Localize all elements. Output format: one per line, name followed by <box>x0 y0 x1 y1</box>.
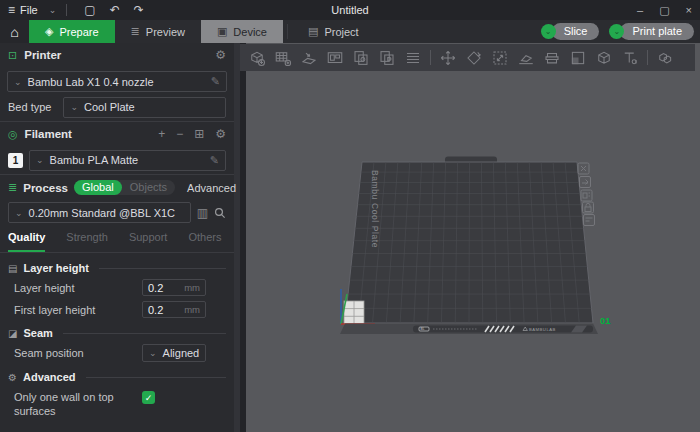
file-menu[interactable]: ≡ File ⌄ <box>8 3 56 17</box>
process-section-header: ≣ Process Global Objects Advanced ▤ ❖ <box>0 175 234 200</box>
cut-icon[interactable] <box>543 49 561 67</box>
add-model-icon[interactable] <box>248 49 266 67</box>
mesh-boolean-icon[interactable] <box>569 49 587 67</box>
bambu-studio-window: ≡ File ⌄ ▢ ↶ ↷ Untitled – ▢ × ⌂ ◈ Prepar… <box>0 0 700 432</box>
first-layer-height-input[interactable]: 0.2 mm <box>142 301 206 318</box>
tab-divider <box>287 24 288 39</box>
lay-on-face-icon[interactable] <box>517 49 535 67</box>
seam-position-select[interactable]: ⌄ Aligned <box>142 344 206 362</box>
printer-settings-gear-icon[interactable]: ⚙ <box>215 48 226 62</box>
primitive-cube-icon[interactable] <box>595 49 613 67</box>
printer-icon: ⊡ <box>8 49 17 62</box>
move-icon[interactable] <box>439 49 457 67</box>
remove-filament-icon[interactable]: − <box>176 127 183 141</box>
viewport-toolbar <box>240 44 695 71</box>
tab-project[interactable]: ▤ Project <box>292 20 375 43</box>
group-rule <box>86 377 226 378</box>
layer-height-input[interactable]: 0.2 mm <box>142 279 206 296</box>
preview-icon: ≣ <box>131 25 140 38</box>
tab-preview[interactable]: ≣ Preview <box>115 20 201 43</box>
minimize-icon[interactable]: – <box>637 4 643 17</box>
tab-strength[interactable]: Strength <box>66 231 108 252</box>
chevron-down-icon: ⌄ <box>149 348 157 358</box>
viewport-3d[interactable]: Bambu Cool Plate <box>246 43 700 432</box>
seam-position-row: Seam position ⌄ Aligned <box>0 344 234 362</box>
plate-number-label[interactable]: 01 <box>600 315 611 326</box>
edit-printer-icon[interactable]: ✎ <box>211 75 220 88</box>
plate-delete-icon[interactable] <box>578 163 589 174</box>
redo-icon[interactable]: ↷ <box>134 3 144 17</box>
maximize-icon[interactable]: ▢ <box>659 4 669 17</box>
process-tabs: Quality Strength Support Others <box>0 231 234 253</box>
tab-project-label: Project <box>324 26 358 38</box>
flush-volumes-icon[interactable]: ⊞ <box>194 127 204 141</box>
filament-slot-badge[interactable]: 1 <box>8 153 23 168</box>
tab-prepare-label: Prepare <box>59 26 98 38</box>
layer-height-icon: ▤ <box>8 263 17 274</box>
filament-section-header: ◎ Filament + − ⊞ ⚙ <box>0 122 234 146</box>
tab-quality[interactable]: Quality <box>8 231 45 252</box>
advanced-toggle-label: Advanced <box>187 182 236 194</box>
seam-position-label: Seam position <box>14 347 142 359</box>
device-icon: ▣ <box>217 25 227 38</box>
plate-orient-icon[interactable] <box>580 177 591 188</box>
tab-others[interactable]: Others <box>188 231 221 252</box>
tab-home[interactable]: ⌂ <box>0 20 29 43</box>
close-icon[interactable]: × <box>686 4 692 17</box>
layer-height-row: Layer height 0.2 mm <box>0 279 234 296</box>
toolbar-divider <box>430 50 431 65</box>
tab-device[interactable]: ▣ Device <box>201 20 283 43</box>
printer-model-select[interactable]: ⌄ Bambu Lab X1 0.4 nozzle ✎ <box>7 71 227 92</box>
layer-height-group-title: Layer height <box>23 262 88 274</box>
text-tool-icon[interactable] <box>621 49 639 67</box>
printer-model-value: Bambu Lab X1 0.4 nozzle <box>28 76 154 88</box>
process-scope-switch[interactable]: Global Objects <box>74 180 175 195</box>
file-menu-label: File <box>20 4 38 16</box>
add-plate-icon[interactable] <box>274 49 292 67</box>
chevron-down-icon: ⌄ <box>70 102 78 112</box>
undo-icon[interactable]: ↶ <box>110 3 120 17</box>
arrange-icon[interactable] <box>326 49 344 67</box>
plate-settings-icon[interactable] <box>584 215 595 226</box>
edit-filament-icon[interactable]: ✎ <box>210 154 219 167</box>
slice-button[interactable]: ⌄ Slice <box>541 23 600 40</box>
save-preset-icon[interactable]: ▥ <box>197 206 208 220</box>
assembly-view-icon[interactable] <box>656 49 674 67</box>
group-rule <box>63 333 226 334</box>
variable-layer-height-icon[interactable] <box>404 49 422 67</box>
first-layer-height-label: First layer height <box>14 304 142 316</box>
split-parts-icon[interactable] <box>378 49 396 67</box>
plate-arrange-icon[interactable] <box>581 190 592 201</box>
filament-settings-gear-icon[interactable]: ⚙ <box>215 127 226 141</box>
seam-group-header: ◪ Seam <box>0 327 234 339</box>
scope-objects-pill[interactable]: Objects <box>122 180 175 195</box>
tab-support[interactable]: Support <box>129 231 168 252</box>
rotate-icon[interactable] <box>465 49 483 67</box>
filament-select[interactable]: ⌄ Bambu PLA Matte ✎ <box>29 150 226 171</box>
add-filament-icon[interactable]: + <box>158 127 165 141</box>
scale-icon[interactable] <box>491 49 509 67</box>
main-tabbar: ⌂ ◈ Prepare ≣ Preview ▣ Device ▤ Project… <box>0 20 700 43</box>
slice-dropdown-icon[interactable]: ⌄ <box>541 24 556 39</box>
bed-type-select[interactable]: ⌄ Cool Plate <box>63 97 226 118</box>
first-layer-height-unit: mm <box>184 304 200 315</box>
tab-prepare[interactable]: ◈ Prepare <box>29 20 115 43</box>
filament-section-title: Filament <box>25 128 72 140</box>
chevron-down-icon: ⌄ <box>36 155 44 165</box>
plate-lock-icon[interactable] <box>583 202 594 213</box>
svg-text:BL: BL <box>421 327 425 331</box>
check-icon: ✓ <box>145 393 153 403</box>
search-icon[interactable] <box>214 207 226 219</box>
project-icon: ▤ <box>308 25 318 38</box>
plate-origin-marker <box>344 301 364 324</box>
hamburger-icon: ≡ <box>8 3 15 17</box>
auto-orient-icon[interactable] <box>300 49 318 67</box>
build-plate[interactable]: Bambu Cool Plate <box>335 148 635 348</box>
split-objects-icon[interactable] <box>352 49 370 67</box>
scope-global-pill[interactable]: Global <box>74 180 122 195</box>
print-plate-button[interactable]: ⌄ Print plate <box>609 23 694 40</box>
process-preset-select[interactable]: ⌄ 0.20mm Standard @BBL X1C <box>8 202 191 223</box>
printer-section-header: ⊡ Printer ⚙ <box>0 43 234 67</box>
only-one-wall-checkbox[interactable]: ✓ <box>142 391 155 404</box>
new-project-icon[interactable]: ▢ <box>84 3 95 17</box>
